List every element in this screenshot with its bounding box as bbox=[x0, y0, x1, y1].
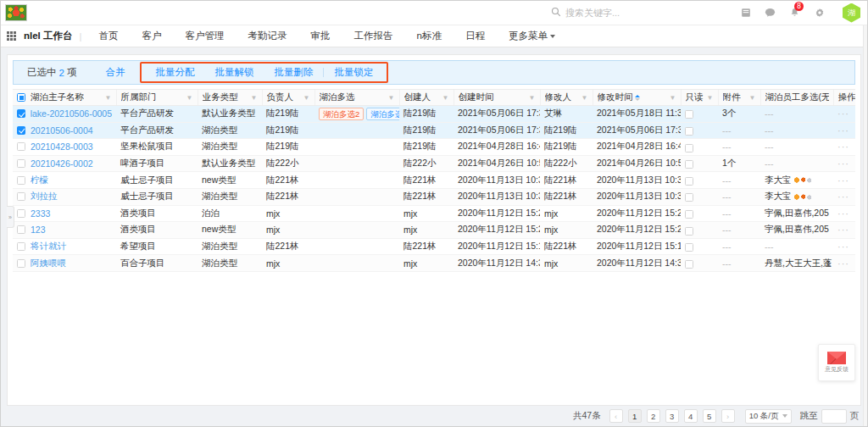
more-actions-icon[interactable]: ··· bbox=[837, 141, 849, 152]
batch-unlock-button[interactable]: 批量解锁 bbox=[204, 66, 264, 79]
cell-readonly[interactable] bbox=[681, 172, 718, 189]
cell-multi-select[interactable] bbox=[314, 255, 399, 272]
nav-item-schedule[interactable]: 日程 bbox=[453, 30, 497, 42]
cell-actions[interactable]: ··· bbox=[833, 222, 855, 239]
readonly-checkbox[interactable] bbox=[685, 260, 693, 269]
sidebar-collapse-handle[interactable]: » bbox=[7, 206, 14, 228]
nav-item-attendance[interactable]: 考勤记录 bbox=[236, 30, 299, 42]
cell-name[interactable]: 20210506-0004 bbox=[13, 122, 116, 139]
filter-icon[interactable]: ▼ bbox=[529, 94, 536, 102]
filter-icon[interactable]: ▼ bbox=[303, 94, 310, 102]
cell-name[interactable]: 将计就计 bbox=[13, 238, 116, 255]
nav-item-work-report[interactable]: 工作报告 bbox=[342, 30, 405, 42]
cell-readonly[interactable] bbox=[681, 106, 718, 123]
filter-icon[interactable]: ▼ bbox=[105, 94, 112, 102]
readonly-checkbox[interactable] bbox=[685, 210, 693, 219]
table-row[interactable]: 2333酒类项目泊泊mjxmjx2020年11月12日 15:25mjx2020… bbox=[13, 205, 855, 222]
readonly-checkbox[interactable] bbox=[685, 110, 693, 119]
cell-name[interactable]: 阿姨喂喂 bbox=[13, 255, 116, 272]
cell-name[interactable]: lake-20210506-0005 bbox=[13, 106, 116, 123]
cell-multi-select[interactable] bbox=[314, 155, 399, 172]
cell-readonly[interactable] bbox=[681, 255, 718, 272]
nav-item-customer-mgmt[interactable]: 客户管理 bbox=[174, 30, 236, 42]
cell-actions[interactable]: ··· bbox=[833, 188, 855, 205]
nav-item-approval[interactable]: 审批 bbox=[299, 30, 342, 42]
cell-actions[interactable]: ··· bbox=[833, 155, 855, 172]
cell-multi-select[interactable] bbox=[314, 205, 399, 222]
cell-actions[interactable]: ··· bbox=[833, 106, 855, 123]
row-checkbox[interactable] bbox=[17, 259, 25, 268]
nav-item-home[interactable]: 首页 bbox=[87, 30, 131, 42]
pagination-page-2[interactable]: 2 bbox=[647, 409, 660, 423]
bell-icon[interactable]: 8 bbox=[788, 7, 801, 19]
readonly-checkbox[interactable] bbox=[685, 127, 693, 136]
filter-icon[interactable]: ▼ bbox=[251, 94, 258, 102]
readonly-checkbox[interactable] bbox=[685, 177, 693, 186]
page-jump-input[interactable] bbox=[821, 409, 847, 424]
th-staff-multi[interactable]: 湖泊员工多选(无刷 bbox=[760, 90, 833, 106]
row-checkbox[interactable] bbox=[17, 192, 25, 201]
cell-actions[interactable]: ··· bbox=[833, 172, 855, 189]
nav-item-customer[interactable]: 客户 bbox=[131, 30, 174, 42]
table-row[interactable]: 20210426-0002啤酒子项目默认业务类型陆222小陆222小2021年0… bbox=[13, 155, 855, 172]
cell-name[interactable]: 2333 bbox=[13, 205, 116, 222]
more-actions-icon[interactable]: ··· bbox=[837, 191, 849, 202]
cell-multi-select[interactable] bbox=[314, 122, 399, 139]
th-dept[interactable]: 所属部门▼ bbox=[116, 90, 198, 106]
more-actions-icon[interactable]: ··· bbox=[837, 208, 849, 219]
table-row[interactable]: 20210506-0004平台产品研发湖泊类型陆219陆陆219陆2021年05… bbox=[13, 122, 855, 139]
batch-delete-button[interactable]: 批量删除 bbox=[264, 66, 323, 79]
th-multi[interactable]: 湖泊多选▼ bbox=[314, 90, 399, 106]
cell-name[interactable]: 123 bbox=[13, 222, 116, 239]
multi-select-tag[interactable]: 湖泊多选2 bbox=[319, 108, 364, 120]
table-row[interactable]: 20210428-0003坚果松鼠项目湖泊类型陆219陆陆219陆2021年04… bbox=[13, 139, 855, 156]
row-checkbox[interactable] bbox=[17, 176, 25, 185]
th-owner[interactable]: 负责人▼ bbox=[262, 90, 314, 106]
more-actions-icon[interactable]: ··· bbox=[837, 158, 849, 169]
search-input[interactable] bbox=[565, 8, 714, 18]
cell-multi-select[interactable] bbox=[314, 222, 399, 239]
cell-name[interactable]: 20210428-0003 bbox=[13, 139, 116, 156]
cell-readonly[interactable] bbox=[681, 155, 718, 172]
cell-multi-select[interactable] bbox=[314, 238, 399, 255]
select-all-checkbox[interactable] bbox=[17, 93, 25, 102]
row-checkbox[interactable] bbox=[17, 159, 25, 168]
th-readonly[interactable]: 只读▼ bbox=[681, 90, 718, 106]
cell-multi-select[interactable] bbox=[314, 188, 399, 205]
pagination-page-4[interactable]: 4 bbox=[684, 409, 698, 423]
row-name-link[interactable]: lake-20210506-0005 bbox=[31, 108, 112, 119]
more-actions-icon[interactable]: ··· bbox=[837, 108, 849, 119]
table-row[interactable]: lake-20210506-0005平台产品研发默认业务类型陆219陆湖泊多选2… bbox=[13, 106, 855, 123]
th-modified[interactable]: 修改时间 ▼ bbox=[593, 90, 681, 106]
apps-grid-icon[interactable] bbox=[7, 31, 18, 41]
readonly-checkbox[interactable] bbox=[685, 193, 693, 202]
th-created[interactable]: 创建时间▼ bbox=[453, 90, 540, 106]
pagination-page-5[interactable]: 5 bbox=[703, 409, 716, 423]
right-edge-scroll-strip[interactable] bbox=[863, 25, 867, 426]
th-modifier[interactable]: 修改人▼ bbox=[540, 90, 593, 106]
row-name-link[interactable]: 刘拉拉 bbox=[31, 191, 58, 202]
cell-name[interactable]: 20210426-0002 bbox=[13, 155, 116, 172]
row-name-link[interactable]: 2333 bbox=[31, 208, 50, 219]
readonly-checkbox[interactable] bbox=[685, 144, 693, 152]
row-checkbox[interactable] bbox=[17, 225, 25, 234]
multi-select-tag[interactable]: 湖泊多选1 bbox=[366, 108, 399, 120]
cell-readonly[interactable] bbox=[681, 139, 718, 156]
filter-icon[interactable]: ▼ bbox=[670, 94, 676, 102]
th-name[interactable]: 湖泊主子名称 ▼ bbox=[13, 90, 116, 106]
th-biz[interactable]: 业务类型▼ bbox=[198, 90, 262, 106]
filter-icon[interactable]: ▼ bbox=[442, 94, 449, 102]
cell-readonly[interactable] bbox=[681, 238, 718, 255]
cell-multi-select[interactable]: 湖泊多选2湖泊多选1 bbox=[314, 106, 399, 123]
row-checkbox[interactable] bbox=[17, 126, 25, 135]
cell-name[interactable]: 柠檬 bbox=[13, 172, 116, 189]
cell-readonly[interactable] bbox=[681, 205, 718, 222]
nav-item-more-menu[interactable]: 更多菜单 bbox=[497, 30, 567, 42]
row-name-link[interactable]: 20210426-0002 bbox=[31, 158, 93, 169]
sort-ascending-icon[interactable] bbox=[635, 95, 640, 101]
more-actions-icon[interactable]: ··· bbox=[837, 258, 849, 269]
chat-icon[interactable] bbox=[764, 7, 776, 19]
row-checkbox[interactable] bbox=[17, 209, 25, 218]
cell-readonly[interactable] bbox=[681, 122, 718, 139]
cell-name[interactable]: 刘拉拉 bbox=[13, 188, 116, 205]
